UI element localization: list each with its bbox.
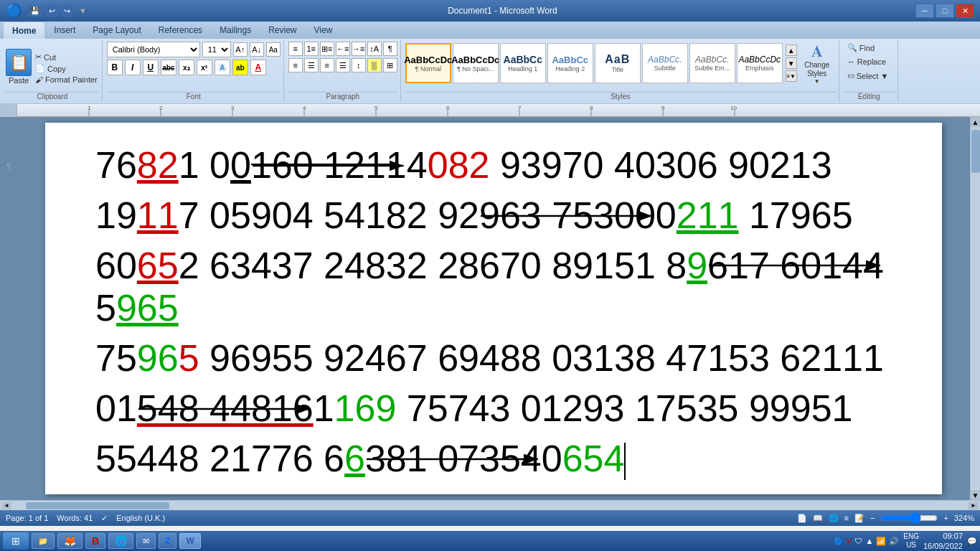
taskbar-firefox[interactable]: 🦊 (57, 533, 83, 549)
align-left-button[interactable]: ≡ (288, 58, 303, 72)
text-4: 4 (407, 144, 428, 186)
tab-mailings[interactable]: Mailings (211, 22, 260, 39)
close-button[interactable]: ✕ (956, 4, 974, 18)
decrease-indent-button[interactable]: ←≡ (336, 42, 350, 56)
format-painter-button[interactable]: 🖌 Format Painter (34, 75, 99, 85)
align-right-button[interactable]: ≡ (320, 58, 334, 72)
editing-label: Editing (844, 92, 895, 100)
view-reading-btn[interactable]: 📖 (813, 514, 823, 523)
copy-button[interactable]: 📄 Copy (34, 63, 99, 74)
tab-home[interactable]: Home (3, 22, 45, 39)
tab-references[interactable]: References (150, 22, 211, 39)
clear-format-button[interactable]: Aa (266, 42, 281, 57)
hscroll-thumb[interactable] (26, 502, 169, 509)
scroll-thumb[interactable] (971, 130, 980, 173)
view-normal-btn[interactable]: 📄 (797, 514, 807, 523)
ruler-area: 1 2 3 4 5 6 7 8 9 10 (0, 104, 980, 117)
vertical-scrollbar[interactable]: ▲ ▼ (970, 117, 980, 500)
numbering-button[interactable]: 1≡ (304, 42, 319, 56)
multilevel-button[interactable]: ⊞≡ (320, 42, 334, 56)
hscroll-right[interactable]: ► (969, 502, 979, 509)
zoom-level[interactable]: 324% (954, 514, 974, 522)
highlight-button[interactable]: ab (232, 60, 248, 75)
taskbar-mail[interactable]: ✉ (136, 533, 156, 549)
styles-scroll-more[interactable]: ≡▼ (786, 70, 797, 82)
taskbar-edge[interactable]: 🌐 (108, 533, 133, 549)
show-hide-button[interactable]: ¶ (383, 42, 397, 56)
sort-button[interactable]: ↕A (367, 42, 382, 56)
bold-button[interactable]: B (107, 60, 123, 75)
horizontal-scrollbar[interactable]: ◄ ► (0, 500, 980, 510)
paragraph-controls: ≡ 1≡ ⊞≡ ←≡ →≡ ↕A ¶ ≡ ☰ ≡ ☰ ↕ ▒ ⊞ (288, 42, 397, 75)
view-outline-btn[interactable]: ≡ (844, 514, 849, 522)
select-button[interactable]: ▭ Select ▼ (844, 70, 895, 82)
justify-button[interactable]: ☰ (336, 58, 350, 72)
line-spacing-button[interactable]: ↕ (352, 58, 366, 72)
style-subtle-em[interactable]: AaBbCc. Subtle Em... (689, 43, 735, 83)
taskbar-zalo[interactable]: Z (159, 533, 176, 549)
tray-icons-more[interactable]: ▲ (865, 537, 873, 545)
minimize-button[interactable]: ─ (915, 4, 934, 18)
quick-undo[interactable]: ↩ (46, 6, 58, 17)
taskbar-bitdefender[interactable]: B (85, 533, 105, 549)
underline-button[interactable]: U (143, 60, 159, 75)
subscript-button[interactable]: x₂ (179, 60, 194, 75)
style-normal[interactable]: AaBbCcDc ¶ Normal (405, 43, 451, 83)
superscript-button[interactable]: x² (197, 60, 212, 75)
align-center-button[interactable]: ☰ (304, 58, 319, 72)
text-effects-button[interactable]: A (215, 60, 230, 75)
zoom-out-btn[interactable]: − (870, 514, 875, 522)
paste-button[interactable]: 📋 Paste (6, 49, 32, 85)
strikethrough-button[interactable]: abc (161, 60, 176, 75)
style-heading2[interactable]: AaBbCc Heading 2 (547, 43, 593, 83)
tab-insert[interactable]: Insert (45, 22, 84, 39)
hscroll-left[interactable]: ◄ (1, 502, 11, 509)
zoom-in-btn[interactable]: + (943, 514, 948, 522)
font-color-button[interactable]: A (250, 60, 266, 75)
styles-scroll: ▲ ▼ ≡▼ (786, 44, 797, 82)
view-web-btn[interactable]: 🌐 (829, 514, 839, 523)
style-heading1[interactable]: AaBbCc Heading 1 (500, 43, 546, 83)
title-bar-left: 🔵 💾 ↩ ↪ ▼ (6, 3, 90, 19)
borders-button[interactable]: ⊞ (383, 58, 397, 72)
styles-scroll-down[interactable]: ▼ (786, 57, 797, 69)
tab-page-layout[interactable]: Page Layout (84, 22, 149, 39)
tab-review[interactable]: Review (260, 22, 305, 39)
taskbar-word[interactable]: W (179, 533, 200, 549)
font-family-select[interactable]: Calibri (Body) (107, 42, 200, 57)
find-button[interactable]: 🔍 Find (844, 42, 895, 54)
style-subtitle[interactable]: AaBbCc. Subtitle (642, 43, 688, 83)
page-scroll-area[interactable]: 76821 00 160 1211 4082 939 (17, 117, 970, 500)
scroll-down-button[interactable]: ▼ (971, 490, 981, 500)
change-styles-button[interactable]: 𝐀 ChangeStyles ▼ (798, 42, 836, 85)
notification-area[interactable]: 💬 (967, 537, 977, 546)
system-clock[interactable]: 09:07 16/09/2022 (923, 531, 963, 551)
style-title[interactable]: AaB Title (595, 43, 641, 83)
replace-button[interactable]: ↔ Replace (844, 56, 895, 67)
zoom-slider[interactable] (880, 512, 938, 524)
cut-button[interactable]: ✂ Cut (34, 52, 99, 62)
scroll-up-button[interactable]: ▲ (971, 117, 981, 127)
shading-button[interactable]: ▒ (367, 58, 382, 72)
maximize-button[interactable]: □ (936, 4, 954, 18)
tab-view[interactable]: View (306, 22, 341, 39)
italic-button[interactable]: I (125, 60, 141, 75)
text-1-00: 1 0 (179, 144, 230, 186)
quick-more[interactable]: ▼ (76, 6, 90, 16)
view-draft-btn[interactable]: 📝 (854, 514, 864, 523)
quick-save[interactable]: 💾 (27, 6, 43, 17)
quick-redo[interactable]: ↪ (61, 6, 73, 17)
text-cursor (624, 443, 626, 480)
increase-indent-button[interactable]: →≡ (352, 42, 366, 56)
increase-font-button[interactable]: A↑ (233, 42, 248, 57)
word-count-status: Words: 41 (57, 514, 93, 522)
decrease-font-button[interactable]: A↓ (250, 42, 264, 57)
font-size-select[interactable]: 11 (202, 42, 231, 57)
bullets-button[interactable]: ≡ (288, 42, 303, 56)
style-normal-preview: AaBbCcDc (404, 55, 452, 65)
start-button[interactable]: ⊞ (3, 532, 29, 550)
style-no-spacing[interactable]: AaBbCcDc ¶ No Spaci... (453, 43, 499, 83)
taskbar-folder[interactable]: 📁 (32, 533, 55, 549)
style-emphasis[interactable]: AaBbCcDc Emphasis (737, 43, 783, 83)
styles-scroll-up[interactable]: ▲ (786, 44, 797, 56)
